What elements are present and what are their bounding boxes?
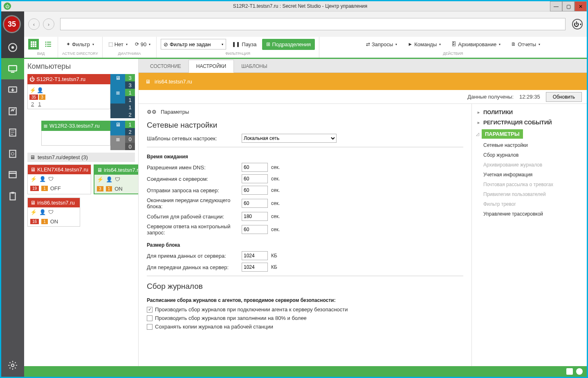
ws-input[interactable] — [242, 212, 268, 221]
svg-rect-6 — [9, 150, 16, 157]
back-button[interactable]: ‹ — [28, 18, 40, 30]
settings-icon[interactable] — [1, 354, 24, 377]
svg-rect-15 — [35, 41, 36, 43]
nav-logs[interactable]: Сбор журналов — [476, 150, 583, 160]
requests-button[interactable]: ⇄ Запросы ▾ — [364, 40, 399, 48]
recv-input[interactable] — [242, 251, 268, 260]
journal2-icon[interactable] — [1, 143, 24, 164]
page-title: ⚙⚙Параметры — [147, 109, 463, 115]
journal1-icon[interactable] — [1, 122, 24, 143]
dashboard-icon[interactable] — [1, 37, 24, 58]
maximize-button[interactable]: ▢ — [562, 1, 575, 11]
security-icon[interactable] — [1, 101, 24, 122]
ctrl-input[interactable] — [242, 225, 268, 234]
conn-input[interactable] — [242, 174, 268, 183]
right-nav: ▸ПОЛИТИКИ ▸РЕГИСТРАЦИЯ СОБЫТИЙ ◿ПАРАМЕТР… — [471, 104, 587, 366]
template-select[interactable]: Локальная сеть — [242, 134, 337, 143]
svg-rect-14 — [33, 41, 34, 43]
status-row: Данные получены: 12:29:35 Обновить — [139, 90, 587, 104]
tab-templates[interactable]: ШАБЛОНЫ — [234, 60, 274, 72]
computer-card[interactable]: ≣W12R2-33.testsn7.ru 🖥1 2 ≣0 0 — [41, 121, 135, 150]
form-area: ⚙⚙Параметры Сетевые настройки Шаблоны се… — [139, 104, 471, 366]
checkbox[interactable] — [147, 324, 153, 330]
section-heading: Сетевые настройки — [147, 121, 463, 130]
computer-item[interactable]: 🖥KLEN7X64.testsn7.ru ⚡👤🛡 191OFF — [27, 164, 91, 194]
nav-mail[interactable]: Почтовая рассылка о тревогах — [476, 180, 583, 189]
user-icon: 👤 — [37, 87, 43, 93]
filter-button[interactable]: ✦ Фильтр ▾ — [65, 40, 96, 48]
nav-trace[interactable]: Управление трассировкой — [476, 209, 583, 219]
titlebar: ⏻ S12R2-T1.testsn7.ru : Secret Net Studi… — [1, 1, 587, 11]
download-icon[interactable] — [1, 79, 24, 101]
svg-point-12 — [11, 364, 14, 367]
archive-button[interactable]: 🗄 Архивирование ▾ — [450, 40, 502, 48]
main-area: СОСТОЯНИЕ НАСТРОЙКИ ШАБЛОНЫ 🖥 iris64.tes… — [139, 59, 587, 366]
computers-panel: Компьютеры ⏻S12R2-T1.testsn7.ru ⚡👤 353 2… — [24, 59, 139, 366]
monitor-icon: 🖥 — [30, 154, 35, 160]
shield-icon: 🛡 — [48, 176, 54, 182]
nav-events[interactable]: ▸РЕГИСТРАЦИЯ СОБЫТИЙ — [476, 117, 583, 128]
nav-parameters[interactable]: ПАРАМЕТРЫ — [482, 129, 523, 139]
nav-acct[interactable]: Учетная информация — [476, 170, 583, 180]
svg-rect-25 — [47, 44, 51, 45]
alert-badge-icon[interactable]: 35 — [1, 11, 24, 37]
close-button[interactable]: ✕ — [575, 1, 587, 11]
monitor-icon: 🖥 — [97, 167, 102, 173]
checkbox[interactable]: ✓ — [147, 307, 153, 313]
svg-rect-9 — [9, 171, 16, 173]
computers-icon[interactable] — [1, 58, 24, 79]
sendreq-input[interactable] — [242, 186, 268, 195]
svg-rect-2 — [9, 65, 17, 71]
power-menu-icon[interactable]: ⏻▾ — [572, 19, 583, 29]
none-button[interactable]: ⬚ Нет ▾ — [107, 40, 129, 48]
forward-button[interactable]: › — [43, 18, 54, 30]
computer-item[interactable]: 🖥iris86.testsn7.ru ⚡👤🛡 161ON — [27, 198, 80, 227]
status-circle-icon[interactable] — [576, 368, 583, 375]
subdivisions-button[interactable]: ⊞ Подразделения — [262, 39, 315, 50]
nav-priv[interactable]: Привилегии пользователей — [476, 189, 583, 199]
svg-rect-10 — [10, 193, 16, 200]
group-header[interactable]: 🖥testsn7.ru/deptest (3) — [27, 153, 135, 162]
status-icon[interactable] — [566, 368, 573, 375]
reports-button[interactable]: 🗎 Отчеты ▾ — [509, 40, 542, 48]
svg-point-1 — [11, 46, 14, 49]
computer-item-selected[interactable]: 🖥iris64.testsn7.ru ⚡👤🛡 31ON — [94, 164, 139, 194]
tab-row: СОСТОЯНИЕ НАСТРОЙКИ ШАБЛОНЫ — [139, 59, 587, 73]
commands-button[interactable]: ► Команды ▾ — [406, 40, 442, 48]
grid-view-icon[interactable] — [28, 39, 39, 50]
nav-arch[interactable]: Архивирование журналов — [476, 160, 583, 170]
ribbon: ВИД ✦ Фильтр ▾ ACTIVE DIRECTORY ⬚ Нет ▾ … — [24, 37, 587, 59]
dns-input[interactable] — [242, 163, 268, 172]
nav-filter[interactable]: Фильтр тревог — [476, 199, 583, 209]
send-input[interactable] — [242, 263, 268, 272]
svg-rect-23 — [47, 42, 51, 43]
address-bar[interactable] — [60, 18, 566, 30]
checkbox[interactable] — [147, 315, 153, 321]
nav-net[interactable]: Сетевые настройки — [476, 140, 583, 150]
computers-heading: Компьютеры — [27, 62, 135, 71]
svg-rect-16 — [31, 43, 32, 45]
minimize-button[interactable]: — — [550, 1, 562, 11]
tab-settings[interactable]: НАСТРОЙКИ — [189, 60, 234, 73]
power-on-icon: ⏻ — [29, 76, 35, 82]
nav-policies[interactable]: ▸ПОЛИТИКИ — [476, 107, 583, 117]
archive-icon[interactable] — [1, 164, 24, 186]
tab-status[interactable]: СОСТОЯНИЕ — [143, 60, 189, 72]
svg-rect-18 — [35, 43, 36, 45]
svg-rect-8 — [9, 173, 16, 178]
rotate-button[interactable]: ⟳ 90 ▾ — [133, 40, 152, 48]
svg-rect-4 — [9, 108, 16, 115]
pause-button[interactable]: ❚❚ Пауза — [230, 40, 258, 48]
computer-card[interactable]: ⏻S12R2-T1.testsn7.ru ⚡👤 353 21 🖥3 3 ≣1 — [27, 74, 135, 118]
svg-rect-21 — [35, 45, 36, 47]
clipboard-icon[interactable] — [1, 186, 24, 207]
monitor-icon: 🖥 — [110, 74, 125, 81]
svg-rect-11 — [11, 192, 14, 194]
monitor-icon: 🖥 — [145, 79, 150, 85]
refresh-button[interactable]: Обновить — [546, 92, 582, 102]
monitor-icon: 🖥 — [30, 166, 36, 173]
block-input[interactable] — [242, 199, 268, 208]
filter-box[interactable]: ⊘ Фильтр не задан▾ — [161, 39, 226, 50]
list-view-icon[interactable] — [43, 39, 54, 50]
vertical-sidebar: 35 — [1, 11, 24, 377]
